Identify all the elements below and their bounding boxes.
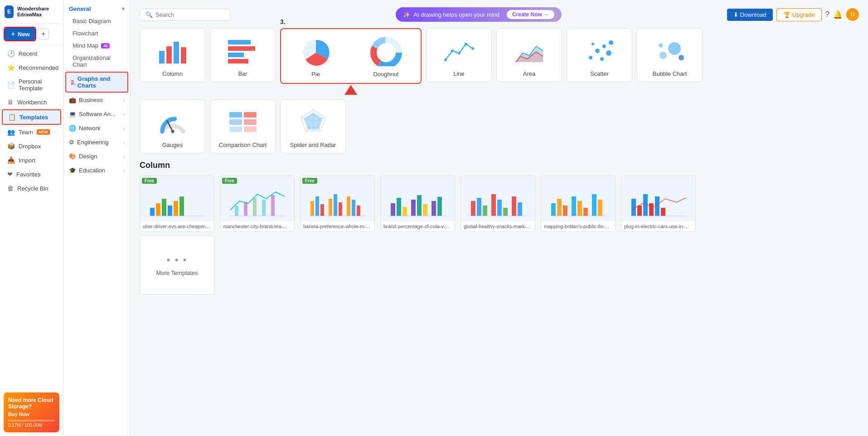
sidebar-item-team[interactable]: 👥 Team NEW (2, 125, 61, 139)
logo-icon: E (5, 5, 14, 18)
chart-card-column[interactable]: Column (140, 28, 205, 82)
template-name-1: manchester-city-brand-tea-... (220, 221, 294, 231)
template-name-6: plug-in-electric-cars-use-in-... (621, 221, 695, 231)
template-card-3[interactable]: brand-percentage-of-cola-v-... (380, 176, 455, 232)
group-network[interactable]: 🌐 Network › (63, 122, 130, 135)
step3-indicator: 3. (280, 18, 286, 25)
svg-rect-71 (397, 198, 401, 216)
svg-point-23 (606, 50, 611, 56)
pie-label: Pie (311, 71, 320, 78)
svg-point-16 (465, 43, 467, 45)
sidebar-nav: 🕐 Recent ⭐ Recommended 📄 Personal Templa… (0, 44, 63, 388)
business-chevron: › (123, 98, 125, 103)
group-education[interactable]: 🎓 Education › (63, 164, 130, 177)
area-chart-icon (511, 35, 548, 67)
column-section: Column Free uber-driver-evs-are- (140, 161, 859, 294)
sidebar-item-workbench[interactable]: 🖥 Workbench (2, 95, 61, 109)
template-card-4[interactable]: global-healthy-snacks-mark-... (461, 176, 535, 232)
new-section: ＋ New + (0, 24, 63, 44)
svg-rect-50 (168, 206, 172, 216)
template-thumb-1: Free (220, 176, 294, 221)
cloud-banner-cta[interactable]: Buy Now (8, 412, 55, 417)
app-name: Wondershare EdrawMax (17, 6, 58, 18)
create-now-button[interactable]: Create Now → (507, 10, 554, 19)
chart-card-pie[interactable]: Pie (283, 31, 349, 81)
svg-rect-67 (352, 200, 355, 216)
bubble-chart-icon (652, 35, 688, 67)
chart-card-gauges[interactable]: Gauges (140, 99, 205, 153)
sidebar-item-recent[interactable]: 🕐 Recent (2, 47, 61, 60)
svg-rect-48 (156, 203, 160, 216)
template-card-0[interactable]: Free uber-driver-evs-are-cheaper-... (140, 176, 214, 232)
bubble-label: Bubble Chart (653, 70, 687, 77)
sidebar-item-favorites[interactable]: ❤ Favorites (2, 167, 61, 181)
user-avatar[interactable]: U (846, 8, 859, 21)
sidebar-item-recommended[interactable]: ⭐ Recommended (2, 61, 61, 74)
network-chevron: › (123, 126, 125, 131)
template-card-2[interactable]: Free barista-preference-whole-m (300, 176, 375, 232)
notifications-button[interactable]: 🔔 (833, 10, 843, 20)
svg-rect-66 (347, 196, 350, 216)
chart-card-comparison[interactable]: Comparison Chart (210, 99, 276, 153)
search-box[interactable]: 🔍 (140, 9, 230, 21)
svg-rect-64 (334, 194, 337, 216)
mid-item-org-chart[interactable]: Organizational Chart (63, 52, 130, 71)
svg-rect-62 (320, 204, 324, 216)
group-design[interactable]: 🎨 Design › (63, 150, 130, 163)
chart-card-doughnut[interactable]: Doughnut (353, 31, 419, 81)
template-card-5[interactable]: mapping-britian's-public-fin-... (541, 176, 616, 232)
templates-icon: 📋 (8, 113, 16, 121)
chart-card-line[interactable]: Line (426, 28, 492, 82)
chart-card-bar[interactable]: Bar (210, 28, 276, 82)
sidebar-item-personal-template[interactable]: 📄 Personal Template (2, 75, 61, 95)
engineering-chevron: › (123, 140, 125, 145)
group-software[interactable]: 💻 Software An... › (63, 108, 130, 121)
help-button[interactable]: ? (825, 10, 829, 19)
mid-item-mind-map[interactable]: Mind Map AI (63, 39, 130, 52)
storage-bar (8, 420, 55, 421)
upgrade-icon: 🏆 (783, 11, 790, 18)
svg-point-26 (609, 40, 613, 45)
chart-card-bubble[interactable]: Bubble Chart (637, 28, 703, 82)
chart-card-area[interactable]: Area (496, 28, 562, 82)
svg-rect-61 (315, 196, 319, 216)
chart-card-spider[interactable]: Spider and Radar (280, 99, 346, 153)
ai-banner[interactable]: ✨ AI drawing helps open your mind Create… (396, 7, 562, 22)
chart-card-scatter[interactable]: Scatter (567, 28, 632, 82)
mid-item-graphs-charts[interactable]: 2. Graphs and Charts (65, 72, 128, 93)
group-business[interactable]: 💼 Business › (63, 93, 130, 107)
cloud-banner[interactable]: Need more Cloud Storage? Buy Now 0.17M /… (4, 392, 59, 432)
mid-item-basic-diagram[interactable]: Basic Diagram (63, 15, 130, 27)
chart-type-section: Column Bar 3. (140, 28, 859, 153)
download-button[interactable]: ⬇ Download (727, 9, 773, 21)
sidebar-item-templates[interactable]: 📋 Templates → (2, 109, 61, 125)
general-section-header[interactable]: General ▾ (63, 3, 130, 15)
svg-rect-84 (503, 208, 508, 216)
free-badge-0: Free (142, 178, 157, 184)
template-card-6[interactable]: plug-in-electric-cars-use-in-... (621, 176, 696, 232)
sidebar-item-dropbox[interactable]: 📦 Dropbox (2, 139, 61, 153)
comparison-label: Comparison Chart (219, 142, 267, 148)
add-button[interactable]: + (38, 29, 49, 39)
template-name-4: global-healthy-snacks-mark-... (461, 221, 535, 231)
engineering-icon: ⚙ (69, 139, 74, 146)
svg-rect-91 (572, 196, 576, 216)
template-card-1[interactable]: Free manchester-city-brand-tea-... (220, 176, 295, 232)
svg-rect-34 (244, 112, 257, 118)
svg-rect-55 (244, 202, 247, 216)
group-engineering[interactable]: ⚙ Engineering › (63, 136, 130, 149)
svg-rect-75 (423, 204, 427, 216)
upgrade-button[interactable]: 🏆 Upgrade (776, 8, 822, 21)
sidebar-item-import[interactable]: 📥 Import (2, 153, 61, 167)
sidebar-item-recycle-bin[interactable]: 🗑 Recycle Bin (2, 181, 61, 195)
more-templates-card[interactable]: • • • More Templates (140, 235, 214, 294)
new-button[interactable]: ＋ New (5, 28, 35, 40)
svg-rect-1 (166, 46, 172, 64)
search-input[interactable] (155, 11, 224, 18)
svg-rect-0 (159, 51, 165, 64)
svg-rect-76 (432, 201, 436, 216)
doughnut-chart-icon (368, 35, 404, 67)
svg-rect-68 (357, 206, 360, 216)
spider-chart-icon (295, 106, 331, 138)
mid-item-flowchart[interactable]: Flowchart (63, 27, 130, 39)
